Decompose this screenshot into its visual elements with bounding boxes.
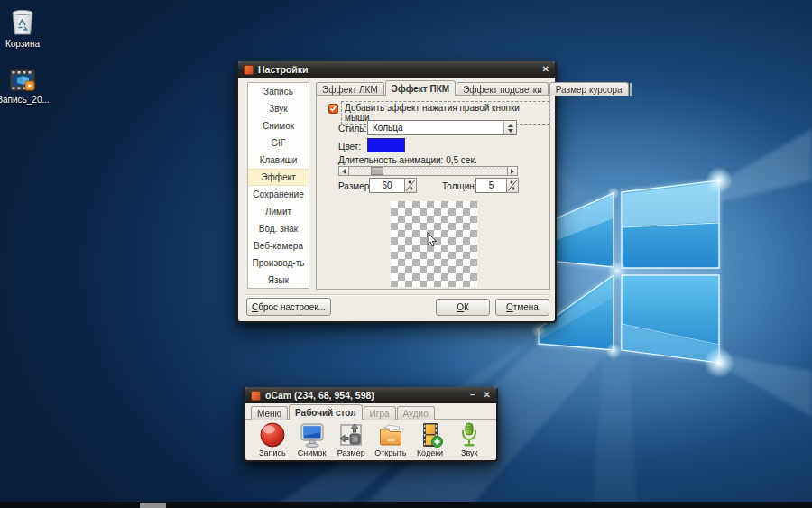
ok-button[interactable]: ОК (436, 299, 490, 316)
tab-audio[interactable]: Аудио (397, 406, 435, 420)
sidebar-item-watermark[interactable]: Вод. знак (248, 220, 309, 237)
tab-menu[interactable]: Меню (251, 406, 288, 420)
toolbar-label: Запись (259, 448, 286, 457)
tab-desktop[interactable]: Рабочий стол (289, 404, 363, 420)
spin-updown-icon (507, 179, 518, 192)
thickness-input[interactable]: 5 (475, 178, 507, 193)
desktop-icon-recording-file[interactable]: Запись_20... (0, 69, 48, 105)
resize-button[interactable]: Размер (331, 420, 371, 460)
animation-duration-label: Длительность анимации: 0,5 сек. (338, 155, 477, 165)
arrow-right-icon (511, 169, 514, 174)
desktop-icon-recycle-bin[interactable]: Корзина (0, 7, 48, 49)
ocam-window: oCam (234, 68, 954, 598) – ✕ Меню Рабочи… (244, 387, 498, 462)
ocam-titlebar[interactable]: oCam (234, 68, 954, 598) – ✕ (245, 387, 496, 403)
toolbar-label: Снимок (298, 448, 327, 457)
ocam-toolbar: Запись Снимок (245, 420, 496, 460)
ok-label: ОК (457, 302, 469, 312)
codecs-button[interactable]: Кодеки (411, 420, 450, 460)
desktop: Корзина Запись_20... Настройки ✕ (0, 0, 812, 508)
sidebar-item-save[interactable]: Сохранение (248, 186, 309, 203)
style-select-spinner[interactable] (503, 121, 516, 134)
toolbar-label: Кодеки (417, 448, 443, 457)
close-icon[interactable]: ✕ (542, 65, 549, 74)
color-label: Цвет: (338, 142, 361, 152)
color-swatch[interactable] (367, 138, 405, 152)
desktop-icon-label: Запись_20... (0, 95, 50, 105)
size-input[interactable]: 60 (369, 178, 405, 193)
add-rmb-effect-checkbox[interactable] (328, 104, 338, 114)
button-separator (245, 294, 548, 296)
settings-window: Настройки ✕ Запись Звук Снимок GIF Клави… (236, 61, 557, 323)
ocam-tabs: Меню Рабочий стол Игра Аудио (251, 404, 493, 420)
open-folder-button[interactable]: Открыть (371, 420, 411, 460)
sidebar-item-hotkeys[interactable]: Клавиши (248, 152, 309, 169)
arrow-left-icon (342, 169, 346, 174)
sidebar-item-language[interactable]: Язык (248, 272, 309, 289)
sidebar-item-gif[interactable]: GIF (248, 134, 309, 152)
checkbox-check-icon (329, 105, 337, 113)
record-icon (259, 421, 286, 448)
resize-icon (337, 421, 364, 448)
animation-duration-slider[interactable] (338, 166, 518, 176)
cancel-button[interactable]: Отмена (495, 299, 549, 316)
rmb-effect-panel: Добавить эффект нажатия правой кнопки мы… (316, 95, 550, 290)
sidebar-item-effect[interactable]: Эффект (248, 169, 309, 186)
size-label: Размер: (338, 181, 372, 191)
open-folder-icon (377, 421, 404, 448)
reset-settings-button[interactable]: Сброс настроек... (246, 298, 331, 316)
minimize-icon[interactable]: – (470, 391, 475, 400)
settings-titlebar[interactable]: Настройки ✕ (238, 61, 555, 78)
toolbar-label: Размер (337, 448, 365, 457)
slider-thumb[interactable] (371, 167, 383, 175)
sidebar-item-performance[interactable]: Производ-ть (248, 254, 309, 272)
spin-up-icon (508, 124, 513, 127)
sidebar-item-sound[interactable]: Звук (248, 100, 309, 117)
tab-lmb-effect[interactable]: Эффект ЛКМ (316, 82, 384, 96)
sidebar-item-limit[interactable]: Лимит (248, 203, 309, 220)
tab-rmb-effect[interactable]: Эффект ПКМ (385, 80, 456, 96)
mouse-cursor-icon (427, 232, 438, 248)
close-icon[interactable]: ✕ (484, 391, 491, 400)
reset-settings-label: Сброс настроек... (252, 302, 326, 312)
thickness-spin-button[interactable] (506, 178, 519, 193)
cancel-label: Отмена (506, 302, 539, 312)
tab-strip-filler (630, 83, 632, 96)
effect-tabs: Эффект ЛКМ Эффект ПКМ Эффект подсветки Р… (316, 80, 550, 96)
taskbar-edge[interactable] (0, 502, 812, 508)
desktop-icon-label: Корзина (5, 39, 40, 49)
sidebar-item-webcam[interactable]: Веб-камера (248, 237, 309, 254)
style-label: Стиль: (338, 124, 366, 134)
spin-updown-icon (405, 179, 416, 192)
ocam-app-icon (251, 391, 261, 401)
style-value: Кольца (368, 123, 503, 133)
video-file-icon (9, 69, 36, 92)
effect-preview (391, 201, 477, 287)
sidebar-item-record[interactable]: Запись (248, 83, 309, 100)
codecs-icon (417, 421, 444, 448)
settings-window-title: Настройки (258, 64, 308, 75)
tab-highlight-effect[interactable]: Эффект подсветки (457, 82, 549, 96)
sidebar-item-snapshot[interactable]: Снимок (248, 117, 309, 134)
record-button[interactable]: Запись (253, 420, 292, 460)
snapshot-button[interactable]: Снимок (292, 420, 332, 460)
app-icon (244, 65, 254, 75)
toolbar-label: Звук (461, 448, 477, 457)
screenshot-icon (299, 421, 326, 448)
tab-cursor-size[interactable]: Размер курсора (549, 82, 629, 96)
size-spin-button[interactable] (404, 178, 417, 193)
slider-right-arrow[interactable] (507, 167, 517, 175)
settings-sidebar: Запись Звук Снимок GIF Клавиши Эффект Со… (247, 82, 309, 289)
recycle-bin-icon (9, 7, 36, 36)
style-select[interactable]: Кольца (367, 120, 517, 135)
spin-down-icon (508, 129, 513, 133)
tab-game[interactable]: Игра (364, 406, 396, 420)
microphone-icon (456, 421, 483, 448)
slider-left-arrow[interactable] (339, 167, 349, 175)
taskbar-button-peek (140, 503, 166, 508)
ocam-window-title: oCam (234, 68, 954, 598) (265, 390, 374, 401)
sound-button[interactable]: Звук (449, 420, 489, 460)
toolbar-label: Открыть (374, 448, 406, 457)
